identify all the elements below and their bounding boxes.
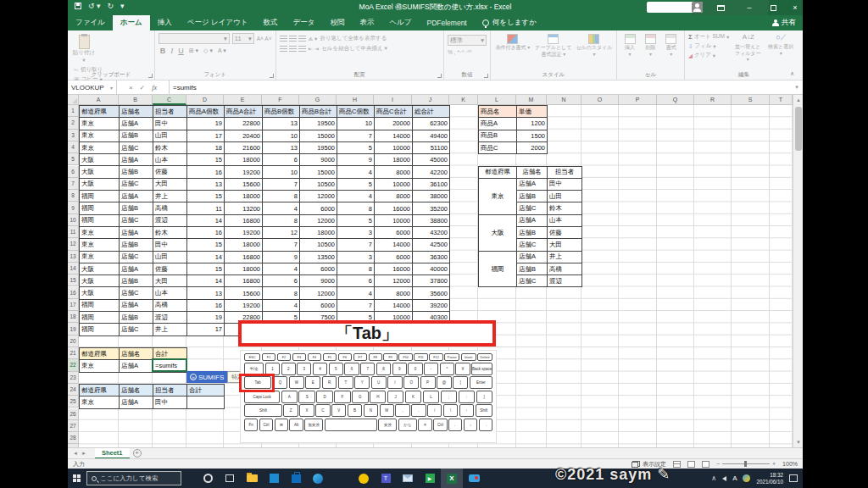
cell[interactable]: 36100 [413,179,450,191]
cell[interactable]: 13 [187,179,225,191]
cell[interactable]: 店舗B [120,275,153,287]
fill-button[interactable]: ⇩フィル ▾ [688,42,729,50]
column-header-P[interactable]: P [619,95,657,105]
vertical-align-icons[interactable] [280,36,306,42]
menu-tab-PDFelement[interactable]: PDFelement [419,15,474,30]
indent-icons[interactable]: ⇤ ⇥ [309,46,320,53]
cell[interactable]: 14 [187,275,225,287]
row-header-10[interactable]: 10 [68,214,79,226]
cell[interactable]: 商品B [479,130,517,142]
cell[interactable]: 井上 [153,191,187,202]
taskbar-clock[interactable]: 18:322021/06/10 [756,472,783,485]
volume-icon[interactable] [722,476,726,481]
cell[interactable]: 1200 [517,118,548,130]
cell[interactable]: 店舗C [120,252,153,263]
cell[interactable]: 20400 [225,130,263,142]
cell[interactable]: 15 [187,239,225,251]
page-break-view-icon[interactable] [702,461,709,468]
formula-bar-expand-icon[interactable]: ▾ [791,80,803,94]
cell[interactable]: 大田 [153,179,187,191]
photos-button[interactable] [263,469,285,488]
zoom-level[interactable]: 100% [782,461,798,467]
column-header-S[interactable]: S [732,95,770,105]
cell[interactable]: 6000 [300,202,337,214]
cell[interactable]: 13500 [300,252,337,263]
cell-styles-button[interactable]: セルのスタイル ▾ [576,34,613,58]
menu-tab-数式[interactable]: 数式 [255,15,285,30]
column-header-O[interactable]: O [581,95,619,105]
cell[interactable]: 井上 [153,324,187,336]
cell[interactable]: 店舗B [517,227,548,239]
autosum-button[interactable]: Σオート SUM ▾ [688,33,729,41]
excel-taskbar-button[interactable]: X [441,469,463,488]
column-header-A[interactable]: A [79,95,119,105]
find-select-button[interactable]: ○⟋検索と選択 ▾ [766,33,795,64]
cell[interactable]: 福岡 [80,300,120,312]
menu-tab-ホーム[interactable]: ホーム [113,15,150,30]
cell[interactable]: 山田 [153,130,187,142]
cell[interactable]: 18000 [225,239,263,251]
close-button[interactable]: × [785,0,803,15]
cell[interactable]: 単価 [517,106,548,118]
cell[interactable]: 17 [187,324,225,336]
autocomplete-selected-function[interactable]: fx SUMIFS [186,371,227,383]
dialog-launcher-icon[interactable] [437,74,442,78]
cell[interactable]: 大阪 [80,166,120,178]
cell[interactable]: 2000 [517,142,548,154]
cell[interactable]: 10000 [375,215,413,227]
cell[interactable]: 店舗B [120,202,153,214]
borders-icon[interactable]: ⊞ ▾ [189,47,198,54]
cell[interactable]: 11 [187,202,225,214]
cell[interactable]: 福岡 [80,202,120,214]
cell[interactable]: 17 [187,130,225,142]
row-header-19[interactable]: 19 [68,323,79,335]
cell[interactable]: 15000 [300,166,337,178]
cell[interactable]: 井上 [548,252,582,263]
column-header-L[interactable]: L [478,95,516,105]
cell[interactable]: 18000 [225,263,263,275]
cell[interactable]: 13 [187,287,225,299]
cell[interactable]: 40000 [413,263,450,275]
cell[interactable]: 9 [263,252,300,263]
scroll-up-icon[interactable]: ▲ [793,95,803,105]
cell[interactable]: 10 [263,130,300,142]
cell[interactable]: 店舗B [120,239,153,251]
cell[interactable]: 店舗A [120,227,153,239]
menu-tab-表示[interactable]: 表示 [352,15,381,30]
cell[interactable]: 16800 [225,275,263,287]
cell[interactable]: 商品C合計 [375,106,413,118]
cell[interactable]: 5 [337,179,375,191]
cell[interactable]: 店舗C [120,324,153,336]
cell[interactable]: 店舗A [120,118,153,130]
cancel-entry-icon[interactable]: × [129,84,133,92]
cell[interactable]: 店舗名 [120,348,153,360]
column-header-J[interactable]: J [412,95,449,105]
cell[interactable]: 山本 [548,215,582,227]
row-header-25[interactable]: 25 [68,396,79,408]
cell[interactable]: 12 [263,227,300,239]
cell[interactable]: 佐藤 [153,166,187,178]
cell[interactable]: 19500 [300,142,337,154]
font-name-select[interactable]: ▾ [159,33,230,44]
menu-tab-挿入[interactable]: 挿入 [150,15,180,30]
file-explorer-button[interactable] [241,469,263,488]
cell[interactable]: 10500 [300,179,337,191]
row-header-24[interactable]: 24 [68,384,79,396]
column-header-Q[interactable]: Q [657,95,694,105]
cell[interactable]: 38000 [413,191,450,202]
cell[interactable]: 4 [337,166,375,178]
cell[interactable]: 商品C [479,142,517,154]
store-button[interactable] [285,469,307,488]
cell[interactable]: 8000 [375,166,413,178]
row-header-26[interactable]: 26 [68,408,79,420]
cell[interactable]: 6 [263,154,300,166]
cell[interactable]: 東京 [80,130,120,142]
row-header-6[interactable]: 6 [68,166,79,178]
cell[interactable]: 商品A合計 [225,106,263,118]
cortana-button[interactable] [197,469,219,488]
cell[interactable]: 7 [337,300,375,312]
cell[interactable]: 10500 [300,239,337,251]
cell[interactable]: 東京 [80,396,120,408]
row-header-12[interactable]: 12 [68,238,79,250]
fill-color-icon[interactable]: ◇ ▾ [203,47,213,54]
